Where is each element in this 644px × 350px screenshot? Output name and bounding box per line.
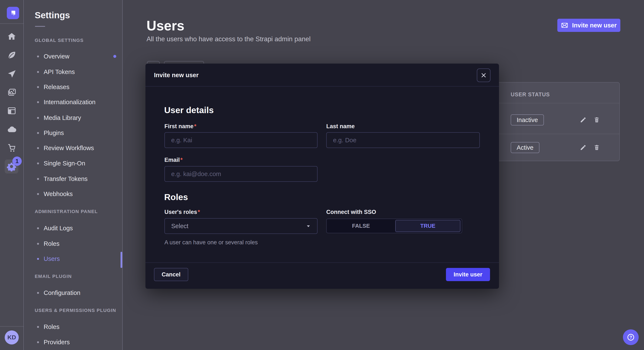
- sidebar-item-admin-roles[interactable]: Roles: [37, 239, 60, 248]
- bullet: [37, 132, 39, 134]
- status-badge-inactive: Inactive: [511, 114, 544, 126]
- user-details-heading: User details: [164, 105, 214, 115]
- send-icon[interactable]: [0, 67, 24, 81]
- column-header-user-status: USER STATUS: [511, 91, 550, 98]
- bullet: [37, 193, 39, 195]
- section-administration-panel: ADMINISTRATION PANEL: [35, 207, 98, 216]
- svg-text:?: ?: [630, 335, 632, 340]
- bullet: [37, 178, 39, 180]
- question-icon: ?: [626, 333, 635, 342]
- bullet: [37, 147, 39, 149]
- bullet: [37, 326, 39, 328]
- sidebar-item-releases[interactable]: Releases: [37, 82, 70, 92]
- roles-select[interactable]: Select: [164, 218, 318, 234]
- invite-new-user-button[interactable]: Invite new user: [557, 19, 620, 32]
- bullet: [37, 117, 39, 119]
- cart-icon[interactable]: [0, 141, 24, 155]
- strapi-logo[interactable]: [7, 7, 19, 19]
- roles-select-value: Select: [171, 223, 188, 230]
- layout-icon[interactable]: [0, 104, 24, 118]
- home-icon[interactable]: [0, 30, 24, 43]
- sidebar-item-audit-logs[interactable]: Audit Logs: [37, 223, 73, 233]
- first-name-label: First name*: [164, 123, 196, 130]
- sidebar-item-overview[interactable]: Overview: [37, 52, 70, 61]
- rail-bottom-divider: [0, 326, 24, 327]
- delete-user-button[interactable]: [592, 115, 602, 125]
- modal-header: Invite new user: [146, 64, 499, 87]
- media-icon[interactable]: [0, 86, 24, 99]
- sidebar-item-webhooks[interactable]: Webhooks: [37, 189, 73, 199]
- required-asterisk: *: [198, 209, 200, 215]
- roles-heading: Roles: [164, 192, 188, 202]
- close-button[interactable]: [477, 68, 490, 82]
- bullet: [37, 341, 39, 343]
- sidebar-item-users-active[interactable]: Users: [37, 254, 60, 263]
- bullet: [37, 101, 39, 103]
- delete-user-button[interactable]: [592, 143, 602, 153]
- roles-hint: A user can have one or several roles: [164, 239, 258, 246]
- sidebar-item-transfer-tokens[interactable]: Transfer Tokens: [37, 174, 88, 183]
- sso-false-option[interactable]: FALSE: [327, 219, 395, 233]
- sidebar-item-api-tokens[interactable]: API Tokens: [37, 67, 75, 77]
- email-input[interactable]: [164, 166, 318, 182]
- bullet: [37, 55, 39, 57]
- sso-toggle: FALSE TRUE: [326, 219, 462, 233]
- bullet: [37, 227, 39, 229]
- sidebar-item-up-roles[interactable]: Roles: [37, 322, 60, 332]
- sidebar-item-review-workflows[interactable]: Review Workflows: [37, 143, 94, 153]
- bullet: [37, 292, 39, 294]
- bullet: [37, 243, 39, 245]
- sidebar-item-media-library[interactable]: Media Library: [37, 113, 81, 123]
- icon-rail: 1 KD: [0, 0, 24, 350]
- sidebar-item-plugins[interactable]: Plugins: [37, 128, 64, 138]
- edit-user-button[interactable]: [578, 115, 588, 125]
- cloud-icon[interactable]: [0, 123, 24, 136]
- bullet: [37, 163, 39, 164]
- page-title: Users: [146, 18, 184, 34]
- section-global-settings: GLOBAL SETTINGS: [35, 36, 84, 45]
- rail-divider: [0, 23, 24, 24]
- trash-icon: [593, 117, 600, 123]
- sidebar-item-internationalization[interactable]: Internationalization: [37, 97, 96, 107]
- section-email-plugin: EMAIL PLUGIN: [35, 272, 72, 281]
- users-roles-label: User's roles*: [164, 209, 200, 215]
- active-item-indicator: [120, 252, 122, 268]
- bullet: [37, 86, 39, 88]
- pencil-icon: [580, 144, 586, 151]
- invite-user-submit-button[interactable]: Invite user: [446, 268, 490, 281]
- envelope-icon: [561, 22, 568, 29]
- sidebar-item-providers[interactable]: Providers: [37, 338, 70, 347]
- strapi-logo-icon: [9, 9, 16, 16]
- section-users-permissions-plugin: USERS & PERMISSIONS PLUGIN: [35, 306, 116, 315]
- sidebar-item-configuration[interactable]: Configuration: [37, 288, 80, 298]
- overview-notification-dot: [113, 55, 116, 58]
- required-asterisk: *: [194, 123, 196, 130]
- last-name-label: Last name: [326, 123, 355, 130]
- page-subtitle: All the users who have access to the Str…: [146, 35, 310, 43]
- feather-icon[interactable]: [0, 48, 24, 62]
- edit-user-button[interactable]: [578, 143, 588, 153]
- sidebar-title-divider: [35, 26, 45, 27]
- cancel-button[interactable]: Cancel: [154, 268, 188, 281]
- bullet: [37, 258, 39, 260]
- last-name-input[interactable]: [326, 132, 480, 148]
- sso-true-option-selected[interactable]: TRUE: [395, 220, 460, 232]
- pencil-icon: [580, 117, 586, 123]
- close-icon: [480, 72, 487, 78]
- required-asterisk: *: [180, 157, 183, 163]
- modal-title: Invite new user: [154, 72, 199, 79]
- strapi-admin-app: 1 KD Settings GLOBAL SETTINGS Overview A…: [0, 0, 644, 350]
- sidebar-item-single-sign-on[interactable]: Single Sign-On: [37, 159, 85, 168]
- sidebar-title: Settings: [35, 10, 70, 20]
- status-badge-active: Active: [511, 142, 540, 153]
- invite-user-modal: Invite new user User details First name*…: [146, 64, 499, 289]
- chevron-down-icon: [305, 223, 312, 229]
- trash-icon: [593, 144, 600, 151]
- settings-sidebar: Settings GLOBAL SETTINGS Overview API To…: [24, 0, 123, 350]
- user-avatar[interactable]: KD: [5, 331, 19, 345]
- email-label: Email*: [164, 157, 183, 163]
- first-name-input[interactable]: [164, 132, 318, 148]
- bullet: [37, 71, 39, 73]
- settings-notification-badge: 1: [12, 157, 22, 166]
- help-button[interactable]: ?: [623, 329, 639, 345]
